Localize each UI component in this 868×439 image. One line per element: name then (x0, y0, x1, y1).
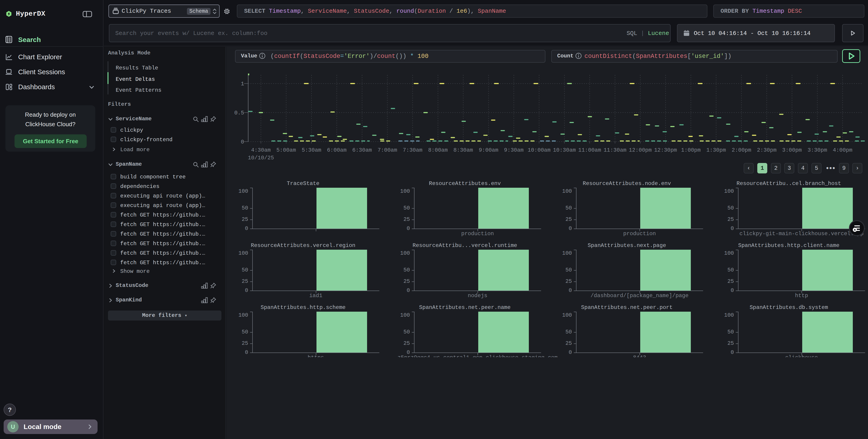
svg-text:9:30am: 9:30am (504, 147, 524, 153)
svg-text:4:00pm: 4:00pm (833, 147, 852, 153)
svg-text:6:00am: 6:00am (327, 147, 346, 153)
svg-text:10:30am: 10:30am (553, 147, 576, 153)
svg-text:11:00am: 11:00am (578, 147, 601, 153)
svg-text:10/10/25: 10/10/25 (248, 155, 274, 160)
svg-text:7:30am: 7:30am (403, 147, 423, 153)
svg-text:1:30pm: 1:30pm (706, 147, 726, 153)
svg-text:0.5: 0.5 (235, 110, 244, 116)
svg-text:0: 0 (241, 139, 244, 145)
svg-text:7:00am: 7:00am (377, 147, 397, 153)
svg-text:6:30am: 6:30am (352, 147, 372, 153)
svg-text:12:30pm: 12:30pm (654, 147, 677, 153)
svg-text:3:30pm: 3:30pm (807, 147, 827, 153)
svg-text:8:30am: 8:30am (454, 147, 473, 153)
svg-text:10:00am: 10:00am (528, 147, 551, 153)
svg-text:8:00am: 8:00am (428, 147, 447, 153)
svg-text:9:00am: 9:00am (479, 147, 498, 153)
svg-text:12:00pm: 12:00pm (629, 147, 652, 153)
svg-text:2:30pm: 2:30pm (757, 147, 776, 153)
svg-text:11:30am: 11:30am (603, 147, 626, 153)
svg-text:5:00am: 5:00am (276, 147, 296, 153)
svg-text:1:00pm: 1:00pm (681, 147, 701, 153)
svg-text:4:30am: 4:30am (251, 147, 271, 153)
svg-text:3:00pm: 3:00pm (782, 147, 802, 153)
svg-text:5:30am: 5:30am (302, 147, 321, 153)
svg-text:1: 1 (241, 81, 244, 87)
svg-text:2:00pm: 2:00pm (732, 147, 751, 153)
